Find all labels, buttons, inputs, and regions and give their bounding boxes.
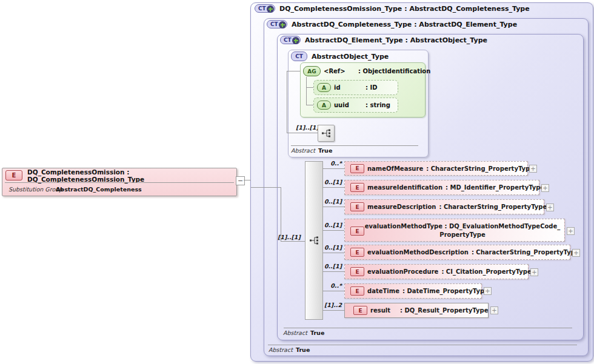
connector: [287, 71, 287, 133]
attribute-icon: A: [317, 83, 331, 92]
collapse-button[interactable]: −: [236, 176, 245, 185]
connector: [322, 271, 344, 272]
header-dq-completenessomission-type: CT DQ_CompletenessOmission_Type : Abstra…: [255, 4, 530, 13]
element-type: : DQ_Result_PropertyType: [400, 307, 488, 314]
element-type: : DateTime_PropertyType: [402, 288, 489, 294]
complex-type-icon: CT: [291, 51, 307, 61]
element-icon: E: [350, 227, 364, 236]
element-result[interactable]: E result : DQ_Result_PropertyType: [344, 303, 489, 318]
element-name: evaluationMethodType: [365, 223, 442, 230]
derived-plus-icon: [267, 5, 274, 13]
connector: [251, 187, 281, 188]
element-dq-completenessomission[interactable]: E DQ_CompletenessOmission : DQ_Completen…: [2, 168, 237, 196]
element-icon: E: [350, 248, 364, 257]
element-icon: E: [5, 170, 22, 180]
connector: [322, 291, 344, 291]
sequence-glyph: [321, 128, 331, 138]
attribute-name: uuid: [334, 102, 362, 108]
attribute-icon: A: [317, 101, 331, 110]
header-abstractdq-completeness-type: CT AbstractDQ_Completeness_Type : Abstra…: [267, 20, 517, 28]
substitution-group-value: AbstractDQ_Completeness: [56, 186, 142, 193]
cardinality-label: [1]..2: [321, 302, 342, 308]
element-evaluationprocedure[interactable]: E evaluationProcedure : CI_Citation_Prop…: [344, 264, 529, 279]
element-icon: E: [353, 306, 367, 315]
connector: [322, 187, 344, 188]
element-name: nameOfMeasure: [367, 165, 423, 172]
complex-type-icon: CT: [280, 36, 301, 44]
element-measuredescription[interactable]: E measureDescription : CharacterString_P…: [344, 199, 544, 214]
connector: [322, 253, 344, 253]
element-name: dateTime: [367, 288, 399, 294]
abstract-label: Abstract: [283, 329, 307, 336]
connector: [322, 168, 344, 169]
expand-button[interactable]: +: [572, 249, 580, 257]
attribute-group-ref[interactable]: AG <Ref> : ObjectIdentification: [303, 66, 430, 76]
attribute-uuid[interactable]: A uuid : string: [313, 98, 398, 113]
divider: [268, 345, 577, 345]
connector: [322, 310, 344, 311]
attribute-name: id: [334, 84, 362, 91]
element-type: : DQ_EvaluationMethodTypeCode_PropertyTy…: [439, 223, 560, 238]
element-name: measureIdentification: [367, 184, 442, 191]
cardinality-label: 0..*: [321, 282, 342, 289]
header-abstractobject-type: CT AbstractObject_Type: [291, 51, 389, 61]
element-icon: E: [350, 164, 364, 173]
complex-type-icon: CT: [255, 4, 275, 13]
element-type: : CI_Citation_PropertyType: [441, 268, 531, 275]
connector: [287, 71, 300, 71]
element-icon: E: [350, 286, 364, 296]
element-measureidentification[interactable]: E measureIdentification : MD_Identifier_…: [344, 180, 539, 195]
expand-button[interactable]: +: [490, 306, 498, 314]
element-icon: E: [350, 202, 364, 211]
element-icon: E: [350, 183, 364, 192]
connector: [287, 133, 318, 133]
cardinality-label: 0..[1]: [321, 222, 342, 228]
expand-button[interactable]: +: [529, 165, 537, 173]
header-abstractdq-element-type: CT AbstractDQ_Element_Type : AbstractObj…: [280, 36, 487, 44]
derived-plus-icon: [292, 37, 299, 44]
complex-type-icon: CT: [267, 20, 287, 28]
type-title: AbstractObject_Type: [312, 53, 389, 61]
element-title: DQ_CompletenessOmission : DQ_Completenes…: [27, 168, 236, 183]
expand-button[interactable]: +: [484, 287, 492, 295]
type-title: AbstractDQ_Element_Type : AbstractObject…: [305, 36, 487, 44]
connector: [322, 230, 344, 231]
element-name: evaluationProcedure: [367, 268, 438, 275]
type-title: AbstractDQ_Completeness_Type : AbstractD…: [292, 21, 517, 28]
connector: [281, 187, 281, 241]
ref-name: <Ref>: [324, 68, 355, 74]
element-evaluationmethodtype[interactable]: E evaluationMethodType : DQ_EvaluationMe…: [344, 219, 565, 242]
element-name: measureDescription: [367, 204, 436, 210]
element-type: : CharacterString_PropertyType: [472, 249, 579, 256]
element-datetime[interactable]: E dateTime : DateTime_PropertyType: [344, 283, 482, 299]
connector: [244, 180, 251, 180]
cardinality-label: 0..[1]: [321, 263, 342, 270]
cardinality-label: 0..[1]: [321, 179, 342, 185]
expand-button[interactable]: +: [530, 268, 538, 276]
abstract-value: True: [296, 346, 310, 353]
expand-button[interactable]: +: [541, 184, 549, 192]
element-name: evaluationMethodDescription: [367, 249, 469, 256]
substitution-group-label: Substitution Group: [8, 186, 62, 193]
ref-type: : ObjectIdentification: [358, 68, 430, 74]
attribute-type: : ID: [365, 84, 378, 91]
element-icon: E: [350, 267, 364, 276]
expand-button[interactable]: +: [567, 227, 575, 235]
sequence-icon[interactable]: [318, 125, 335, 142]
divider: [291, 145, 418, 146]
expand-button[interactable]: +: [546, 204, 554, 211]
abstract-label: Abstract: [269, 346, 293, 353]
divider: [284, 328, 572, 328]
attribute-id[interactable]: A id : ID: [313, 80, 398, 95]
cardinality-label: [1]..[1]: [278, 234, 301, 240]
connector: [322, 207, 344, 207]
element-type: : MD_Identifier_PropertyType: [446, 184, 544, 191]
element-evaluationmethoddescription[interactable]: E evaluationMethodDescription : Characte…: [344, 245, 570, 260]
attribute-type: : string: [365, 102, 390, 108]
connector: [306, 77, 307, 105]
connector: [306, 105, 313, 105]
element-type: : CharacterString_PropertyType: [426, 165, 534, 172]
element-nameofmeasure[interactable]: E nameOfMeasure : CharacterString_Proper…: [344, 161, 528, 176]
attribute-group-icon: AG: [303, 66, 321, 76]
sequence-glyph: [309, 236, 319, 245]
